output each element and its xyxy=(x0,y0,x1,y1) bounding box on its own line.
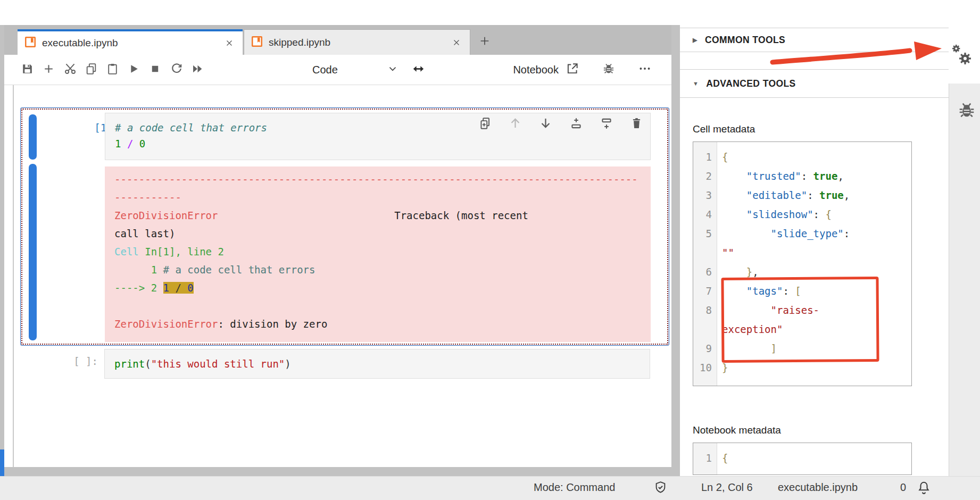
play-icon xyxy=(127,62,140,78)
left-edge-strip xyxy=(0,25,4,476)
cell-type-value: Code xyxy=(300,64,338,76)
section-common-tools[interactable]: ▶ COMMON TOOLS xyxy=(680,28,949,52)
kernel-name: Notebook xyxy=(513,64,559,76)
code-cell-1[interactable]: [1]: # a code cell that errors1 / 0 ----… xyxy=(20,107,669,346)
bug-icon xyxy=(957,113,977,122)
code-line: Cell In[1], line 2 xyxy=(114,243,641,261)
expanded-caret-icon: ▼ xyxy=(693,80,699,87)
meta-row: 4 "slideshow": { xyxy=(693,205,911,224)
meta-row: exception" xyxy=(693,320,911,339)
insert-above-icon xyxy=(569,116,583,132)
cell-toolbar xyxy=(478,117,644,131)
panel-bottom-gap xyxy=(4,467,671,476)
meta-row: 10} xyxy=(693,358,911,377)
restart-icon xyxy=(170,62,184,78)
open-in-new-button[interactable] xyxy=(565,63,579,77)
section-advanced-tools[interactable]: ▼ ADVANCED TOOLS xyxy=(680,69,949,98)
move-cell-down-button[interactable] xyxy=(538,117,553,131)
traceback: ----------------------------------------… xyxy=(114,170,641,333)
new-tab-button[interactable] xyxy=(472,29,497,55)
code-line: print("this would still run") xyxy=(114,356,640,372)
cursor-position[interactable]: Ln 2, Col 6 xyxy=(701,481,753,494)
fast-forward-icon xyxy=(190,62,205,78)
cell-type-dropdown[interactable]: Code xyxy=(300,60,402,79)
code-line: call last) xyxy=(114,224,641,243)
right-sidebar-strip xyxy=(949,84,980,476)
debugger-toggle-button[interactable] xyxy=(601,63,616,77)
debugger-sidebar-tab[interactable] xyxy=(957,100,978,121)
bug-icon xyxy=(602,62,616,78)
section-label: COMMON TOOLS xyxy=(705,35,785,46)
shield-check-icon[interactable] xyxy=(653,480,668,497)
cell-code-editor[interactable]: # a code cell that errors1 / 0 xyxy=(105,113,651,160)
run-cell-button[interactable] xyxy=(127,63,141,77)
jupyterlab-window: executable.ipynb skipped.ipynb xyxy=(0,0,980,500)
notebook-icon xyxy=(25,37,36,49)
tab-skipped-ipynb[interactable]: skipped.ipynb xyxy=(244,29,470,55)
ellipsis-icon xyxy=(638,62,652,78)
clipboard-icon xyxy=(106,62,119,78)
paste-cells-button[interactable] xyxy=(105,63,120,77)
tab-title: skipped.ipynb xyxy=(269,37,330,48)
arrow-down-icon xyxy=(538,116,553,132)
copy-cells-button[interactable] xyxy=(84,63,98,77)
section-label: ADVANCED TOOLS xyxy=(706,78,795,89)
notebook-metadata-editor[interactable]: 1{ xyxy=(693,443,912,475)
delete-cell-button[interactable] xyxy=(629,117,644,131)
trash-icon xyxy=(630,116,643,132)
restart-run-all-button[interactable] xyxy=(190,63,205,77)
code-line: ----------- xyxy=(114,188,641,206)
meta-row: 1{ xyxy=(693,448,911,468)
code-line: ZeroDivisionError Traceback (most recent xyxy=(114,206,641,224)
panel-left-border xyxy=(13,85,14,467)
notebook-metadata-label: Notebook metadata xyxy=(693,424,781,436)
insert-cell-below-button[interactable] xyxy=(599,117,613,131)
tab-executable-ipynb[interactable]: executable.ipynb xyxy=(18,29,243,55)
cell-metadata-editor[interactable]: 1{2 "trusted": true,3 "editable": true,4… xyxy=(693,141,912,386)
meta-row: 1{ xyxy=(693,147,911,166)
move-cell-up-button[interactable] xyxy=(508,117,522,131)
cut-cells-button[interactable] xyxy=(63,63,77,77)
insert-below-icon xyxy=(600,116,613,132)
external-link-icon xyxy=(566,62,579,78)
notebook-metadata-json: 1{ xyxy=(693,448,911,468)
mode-indicator[interactable]: Mode: Command xyxy=(534,481,615,494)
active-filename[interactable]: executable.ipynb xyxy=(778,481,858,494)
close-icon[interactable] xyxy=(451,37,462,48)
restart-kernel-button[interactable] xyxy=(169,63,184,77)
notebook-toolbar: Code Notebook xyxy=(4,55,671,85)
close-icon[interactable] xyxy=(223,37,235,49)
meta-row: 2 "trusted": true, xyxy=(693,166,911,186)
property-inspector-tab[interactable] xyxy=(950,44,975,68)
code-line: ZeroDivisionError: division by zero xyxy=(114,315,641,333)
output-collapser[interactable] xyxy=(29,164,37,340)
save-icon xyxy=(21,62,34,78)
expand-toolbar-button[interactable] xyxy=(411,63,426,77)
save-button[interactable] xyxy=(20,63,35,77)
bell-icon[interactable] xyxy=(916,480,932,498)
duplicate-icon xyxy=(478,116,492,132)
notification-count[interactable]: 0 xyxy=(900,481,906,494)
insert-cell-button[interactable] xyxy=(41,63,56,77)
left-edge-active-indicator xyxy=(0,449,4,476)
stop-icon xyxy=(148,62,162,78)
cell-code: print("this would still run") xyxy=(114,356,640,372)
plus-icon xyxy=(42,62,55,78)
meta-row: "" xyxy=(693,243,911,262)
tab-title: executable.ipynb xyxy=(42,37,118,49)
meta-row: 7 "tags": [ xyxy=(693,281,911,301)
empty-execution-prompt: [ ]: xyxy=(54,355,98,367)
more-commands-button[interactable] xyxy=(637,63,652,77)
meta-row: 6 }, xyxy=(693,262,911,281)
double-gear-icon xyxy=(950,61,975,70)
interrupt-kernel-button[interactable] xyxy=(148,63,162,77)
chevron-down-icon xyxy=(387,63,402,77)
code-line: 1 / 0 xyxy=(115,136,641,152)
duplicate-cell-button[interactable] xyxy=(478,117,492,131)
insert-cell-above-button[interactable] xyxy=(569,117,583,131)
code-cell-2[interactable]: print("this would still run") xyxy=(104,349,650,379)
input-collapser[interactable] xyxy=(29,114,37,160)
code-line: ----------------------------------------… xyxy=(114,170,641,188)
copy-icon xyxy=(85,62,98,78)
arrow-up-icon xyxy=(508,116,522,132)
